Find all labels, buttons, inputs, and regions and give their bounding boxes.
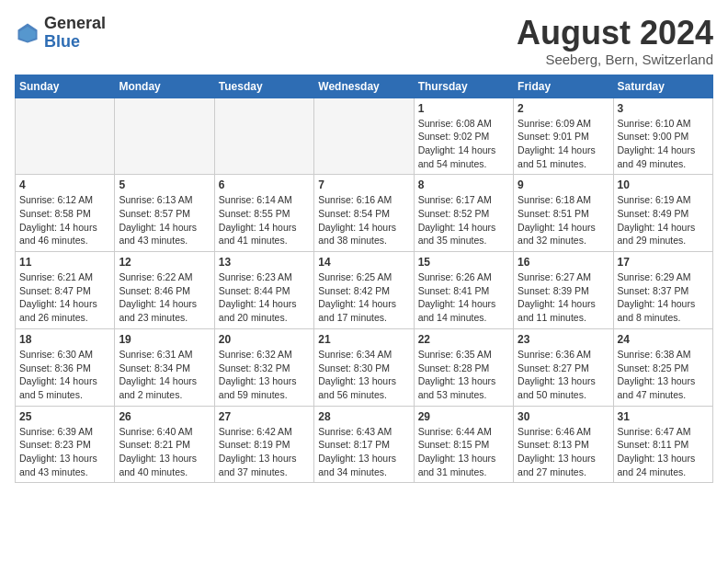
day-info: Sunrise: 6:27 AMSunset: 8:39 PMDaylight:… (518, 270, 609, 325)
calendar-cell: 10Sunrise: 6:19 AMSunset: 8:49 PMDayligh… (613, 175, 712, 252)
calendar-cell: 19Sunrise: 6:31 AMSunset: 8:34 PMDayligh… (115, 328, 214, 406)
weekday-header-sunday: Sunday (16, 75, 115, 98)
day-number: 11 (19, 256, 110, 269)
calendar-cell: 21Sunrise: 6:34 AMSunset: 8:30 PMDayligh… (314, 328, 414, 406)
calendar-cell: 4Sunrise: 6:12 AMSunset: 8:58 PMDaylight… (16, 175, 115, 252)
day-number: 23 (518, 333, 609, 346)
day-info: Sunrise: 6:23 AMSunset: 8:44 PMDaylight:… (219, 270, 310, 325)
day-info: Sunrise: 6:30 AMSunset: 8:36 PMDaylight:… (19, 348, 110, 402)
calendar-cell: 11Sunrise: 6:21 AMSunset: 8:47 PMDayligh… (16, 252, 115, 329)
calendar-subtitle: Seeberg, Bern, Switzerland (517, 52, 713, 67)
calendar-week-1: 1Sunrise: 6:08 AMSunset: 9:02 PMDaylight… (16, 98, 713, 175)
day-info: Sunrise: 6:36 AMSunset: 8:27 PMDaylight:… (518, 348, 609, 402)
page-header: General Blue August 2024 Seeberg, Bern, … (15, 15, 713, 67)
day-info: Sunrise: 6:34 AMSunset: 8:30 PMDaylight:… (318, 348, 409, 402)
day-info: Sunrise: 6:18 AMSunset: 8:51 PMDaylight:… (518, 193, 609, 247)
logo-blue-text: Blue (44, 33, 106, 52)
calendar-cell: 2Sunrise: 6:09 AMSunset: 9:01 PMDaylight… (514, 98, 613, 175)
day-info: Sunrise: 6:39 AMSunset: 8:23 PMDaylight:… (19, 425, 110, 479)
weekday-header-wednesday: Wednesday (314, 75, 414, 98)
calendar-table: SundayMondayTuesdayWednesdayThursdayFrid… (15, 75, 713, 484)
logo-general-text: General (44, 15, 106, 33)
calendar-cell: 30Sunrise: 6:46 AMSunset: 8:13 PMDayligh… (514, 406, 613, 483)
calendar-cell (115, 98, 214, 175)
calendar-cell: 3Sunrise: 6:10 AMSunset: 9:00 PMDaylight… (613, 98, 712, 175)
day-info: Sunrise: 6:44 AMSunset: 8:15 PMDaylight:… (418, 425, 509, 479)
day-number: 16 (518, 256, 609, 269)
day-number: 19 (119, 333, 210, 346)
day-number: 6 (219, 178, 310, 191)
calendar-cell: 28Sunrise: 6:43 AMSunset: 8:17 PMDayligh… (314, 406, 414, 483)
day-number: 3 (618, 102, 709, 115)
calendar-cell: 24Sunrise: 6:38 AMSunset: 8:25 PMDayligh… (613, 328, 712, 406)
day-number: 4 (19, 178, 110, 191)
day-info: Sunrise: 6:21 AMSunset: 8:47 PMDaylight:… (19, 270, 110, 325)
day-info: Sunrise: 6:26 AMSunset: 8:41 PMDaylight:… (418, 270, 509, 325)
day-info: Sunrise: 6:43 AMSunset: 8:17 PMDaylight:… (318, 425, 409, 479)
weekday-header-monday: Monday (115, 75, 214, 98)
day-info: Sunrise: 6:09 AMSunset: 9:01 PMDaylight:… (518, 117, 609, 171)
day-number: 12 (119, 256, 210, 269)
logo: General Blue (15, 15, 106, 52)
day-number: 25 (19, 410, 110, 423)
day-number: 31 (618, 410, 709, 423)
calendar-cell: 6Sunrise: 6:14 AMSunset: 8:55 PMDaylight… (214, 175, 313, 252)
calendar-cell (314, 98, 414, 175)
calendar-week-3: 11Sunrise: 6:21 AMSunset: 8:47 PMDayligh… (16, 252, 713, 329)
day-number: 7 (318, 178, 409, 191)
day-number: 18 (19, 333, 110, 346)
calendar-cell: 16Sunrise: 6:27 AMSunset: 8:39 PMDayligh… (514, 252, 613, 329)
day-number: 8 (418, 178, 509, 191)
calendar-cell: 20Sunrise: 6:32 AMSunset: 8:32 PMDayligh… (214, 328, 313, 406)
calendar-cell: 1Sunrise: 6:08 AMSunset: 9:02 PMDaylight… (414, 98, 513, 175)
calendar-cell: 25Sunrise: 6:39 AMSunset: 8:23 PMDayligh… (16, 406, 115, 483)
day-info: Sunrise: 6:40 AMSunset: 8:21 PMDaylight:… (119, 425, 210, 479)
day-number: 27 (219, 410, 310, 423)
weekday-header-saturday: Saturday (613, 75, 712, 98)
day-number: 9 (518, 178, 609, 191)
day-number: 20 (219, 333, 310, 346)
day-number: 13 (219, 256, 310, 269)
day-info: Sunrise: 6:17 AMSunset: 8:52 PMDaylight:… (418, 193, 509, 247)
weekday-header-tuesday: Tuesday (214, 75, 313, 98)
calendar-cell: 12Sunrise: 6:22 AMSunset: 8:46 PMDayligh… (115, 252, 214, 329)
weekday-header-thursday: Thursday (414, 75, 513, 98)
calendar-week-5: 25Sunrise: 6:39 AMSunset: 8:23 PMDayligh… (16, 406, 713, 483)
day-info: Sunrise: 6:08 AMSunset: 9:02 PMDaylight:… (418, 117, 509, 171)
calendar-cell: 17Sunrise: 6:29 AMSunset: 8:37 PMDayligh… (613, 252, 712, 329)
day-info: Sunrise: 6:38 AMSunset: 8:25 PMDaylight:… (618, 348, 709, 402)
calendar-cell (16, 98, 115, 175)
calendar-week-4: 18Sunrise: 6:30 AMSunset: 8:36 PMDayligh… (16, 328, 713, 406)
day-number: 2 (518, 102, 609, 115)
day-number: 28 (318, 410, 409, 423)
day-number: 21 (318, 333, 409, 346)
day-number: 24 (618, 333, 709, 346)
calendar-title: August 2024 (517, 15, 713, 52)
day-info: Sunrise: 6:31 AMSunset: 8:34 PMDaylight:… (119, 348, 210, 402)
day-info: Sunrise: 6:13 AMSunset: 8:57 PMDaylight:… (119, 193, 210, 247)
day-number: 22 (418, 333, 509, 346)
calendar-cell: 31Sunrise: 6:47 AMSunset: 8:11 PMDayligh… (613, 406, 712, 483)
day-number: 14 (318, 256, 409, 269)
calendar-cell: 27Sunrise: 6:42 AMSunset: 8:19 PMDayligh… (214, 406, 313, 483)
day-info: Sunrise: 6:29 AMSunset: 8:37 PMDaylight:… (618, 270, 709, 325)
day-number: 15 (418, 256, 509, 269)
calendar-cell: 13Sunrise: 6:23 AMSunset: 8:44 PMDayligh… (214, 252, 313, 329)
calendar-cell: 5Sunrise: 6:13 AMSunset: 8:57 PMDaylight… (115, 175, 214, 252)
title-block: August 2024 Seeberg, Bern, Switzerland (517, 15, 713, 67)
weekday-header-row: SundayMondayTuesdayWednesdayThursdayFrid… (16, 75, 713, 98)
calendar-week-2: 4Sunrise: 6:12 AMSunset: 8:58 PMDaylight… (16, 175, 713, 252)
day-info: Sunrise: 6:12 AMSunset: 8:58 PMDaylight:… (19, 193, 110, 247)
calendar-cell: 18Sunrise: 6:30 AMSunset: 8:36 PMDayligh… (16, 328, 115, 406)
calendar-cell: 23Sunrise: 6:36 AMSunset: 8:27 PMDayligh… (514, 328, 613, 406)
calendar-cell: 8Sunrise: 6:17 AMSunset: 8:52 PMDaylight… (414, 175, 513, 252)
calendar-cell: 7Sunrise: 6:16 AMSunset: 8:54 PMDaylight… (314, 175, 414, 252)
day-number: 30 (518, 410, 609, 423)
day-info: Sunrise: 6:46 AMSunset: 8:13 PMDaylight:… (518, 425, 609, 479)
day-info: Sunrise: 6:32 AMSunset: 8:32 PMDaylight:… (219, 348, 310, 402)
calendar-cell: 15Sunrise: 6:26 AMSunset: 8:41 PMDayligh… (414, 252, 513, 329)
calendar-body: 1Sunrise: 6:08 AMSunset: 9:02 PMDaylight… (16, 98, 713, 483)
day-info: Sunrise: 6:35 AMSunset: 8:28 PMDaylight:… (418, 348, 509, 402)
day-number: 5 (119, 178, 210, 191)
calendar-cell: 29Sunrise: 6:44 AMSunset: 8:15 PMDayligh… (414, 406, 513, 483)
